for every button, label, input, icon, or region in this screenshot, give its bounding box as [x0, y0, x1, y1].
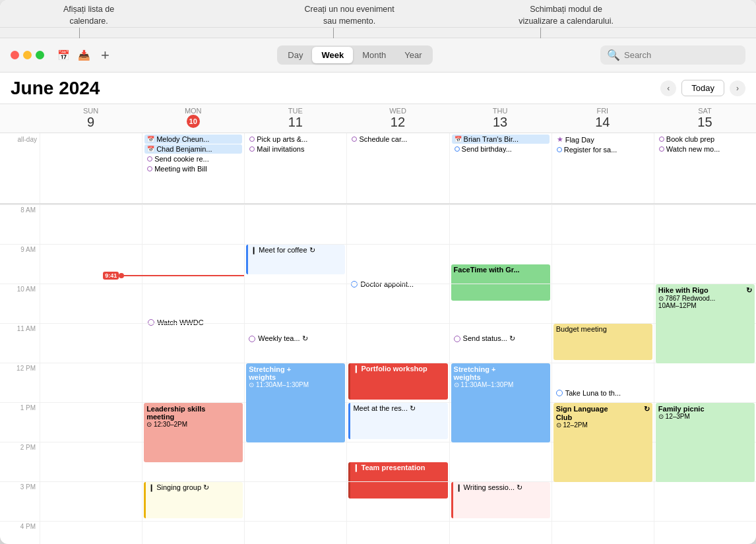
- list-item[interactable]: Register for sa...: [554, 145, 652, 154]
- slot-wed-1[interactable]: Meet at the res... ↻: [346, 402, 449, 442]
- slot-fri-11[interactable]: Budget meeting: [551, 323, 654, 363]
- slot-thu-10[interactable]: [449, 284, 551, 323]
- slot-mon-4[interactable]: [142, 521, 244, 544]
- slot-sun-10[interactable]: [40, 284, 142, 323]
- slot-mon-9[interactable]: 9:41: [142, 244, 244, 284]
- slot-tue-2[interactable]: [244, 442, 346, 481]
- next-week-button[interactable]: ›: [730, 80, 745, 96]
- list-item[interactable]: Sign Language ↻ Club ⊙ 12–2PM: [553, 403, 652, 482]
- slot-tue-12[interactable]: Stretching + weights ⊙ 11:30AM–1:30PM: [244, 363, 346, 402]
- slot-sun-11[interactable]: [40, 323, 142, 363]
- tab-week[interactable]: Week: [312, 47, 353, 63]
- slot-sat-8[interactable]: [654, 204, 756, 244]
- list-item[interactable]: ❙ Meet for coffee ↻: [246, 245, 345, 274]
- slot-sun-3[interactable]: [40, 481, 142, 521]
- slot-tue-11[interactable]: Weekly tea... ↻: [244, 323, 346, 363]
- list-item[interactable]: Take Luna to th...: [553, 383, 652, 403]
- slot-tue-10[interactable]: [244, 284, 346, 323]
- slot-thu-9[interactable]: FaceTime with Gr...: [449, 244, 551, 284]
- tab-month[interactable]: Month: [353, 47, 395, 63]
- time-grid[interactable]: 8 AM 9 AM 9:41: [0, 204, 756, 544]
- slot-fri-1[interactable]: Sign Language ↻ Club ⊙ 12–2PM: [551, 402, 654, 442]
- slot-sat-1[interactable]: Family picnic ⊙ 12–3PM: [654, 402, 756, 442]
- slot-wed-8[interactable]: [346, 204, 449, 244]
- search-bar[interactable]: 🔍: [600, 45, 745, 65]
- list-item[interactable]: ❙ Writing sessio... ↻: [451, 482, 550, 518]
- slot-wed-3[interactable]: [346, 481, 449, 521]
- tab-year[interactable]: Year: [395, 47, 431, 63]
- slot-tue-3[interactable]: [244, 481, 346, 521]
- slot-fri-10[interactable]: [551, 284, 654, 323]
- slot-sun-9[interactable]: [40, 244, 142, 284]
- slot-thu-4[interactable]: [449, 521, 551, 544]
- slot-thu-2[interactable]: [449, 442, 551, 481]
- list-item[interactable]: Call Jenny: [656, 541, 755, 544]
- list-item[interactable]: 📅 Melody Cheun...: [144, 135, 242, 144]
- list-item[interactable]: Meeting with Bill: [144, 164, 242, 173]
- list-item[interactable]: ❙ Singing group ↻: [144, 482, 243, 518]
- list-item[interactable]: Leadership skills meeting ⊙ 12:30–2PM: [144, 403, 243, 462]
- slot-tue-8[interactable]: [244, 204, 346, 244]
- slot-sat-12[interactable]: [654, 363, 756, 402]
- slot-sun-2[interactable]: [40, 442, 142, 481]
- list-item[interactable]: Send status... ↻: [451, 324, 550, 353]
- fullscreen-button[interactable]: [36, 51, 44, 59]
- slot-thu-8[interactable]: [449, 204, 551, 244]
- slot-fri-4[interactable]: [551, 521, 654, 544]
- list-item[interactable]: ❙ Portfolio workshop: [348, 363, 447, 400]
- slot-fri-9[interactable]: [551, 244, 654, 284]
- list-item[interactable]: Family picnic ⊙ 12–3PM: [656, 403, 755, 482]
- slot-sun-8[interactable]: [40, 204, 142, 244]
- list-item[interactable]: Mail invitations: [247, 144, 344, 154]
- slot-sat-3[interactable]: [654, 481, 756, 521]
- calendar-list-icon[interactable]: 📅: [57, 49, 70, 61]
- slot-fri-12[interactable]: Take Luna to th...: [551, 363, 654, 402]
- list-item[interactable]: ★ Flag Day: [554, 135, 652, 144]
- list-item[interactable]: Send cookie re...: [144, 154, 242, 164]
- close-button[interactable]: [11, 51, 19, 59]
- slot-wed-4[interactable]: [346, 521, 449, 544]
- list-item[interactable]: Send birthday...: [452, 144, 550, 154]
- list-item[interactable]: Budget meeting: [553, 324, 652, 360]
- slot-sun-4[interactable]: [40, 521, 142, 544]
- inbox-icon[interactable]: 📥: [78, 49, 90, 61]
- slot-wed-12[interactable]: ❙ Portfolio workshop: [346, 363, 449, 402]
- slot-wed-9[interactable]: Doctor appoint...: [346, 244, 449, 284]
- slot-sat-9[interactable]: [654, 244, 756, 284]
- list-item[interactable]: Watch new mo...: [656, 144, 754, 154]
- slot-tue-9[interactable]: ❙ Meet for coffee ↻: [244, 244, 346, 284]
- slot-sat-4[interactable]: Call Jenny: [654, 521, 756, 544]
- prev-week-button[interactable]: ‹: [660, 80, 676, 96]
- list-item[interactable]: Stretching + weights ⊙ 11:30AM–1:30PM: [451, 363, 550, 442]
- slot-mon-3[interactable]: ❙ Singing group ↻: [142, 481, 244, 521]
- slot-mon-12[interactable]: [142, 363, 244, 402]
- slot-mon-11[interactable]: [142, 323, 244, 363]
- slot-thu-3[interactable]: ❙ Writing sessio... ↻: [449, 481, 551, 521]
- tab-day[interactable]: Day: [278, 47, 312, 63]
- slot-sun-12[interactable]: [40, 363, 142, 402]
- slot-fri-3[interactable]: [551, 481, 654, 521]
- add-event-button[interactable]: +: [101, 47, 110, 64]
- slot-thu-11[interactable]: Send status... ↻: [449, 323, 551, 363]
- list-item[interactable]: 📅 Chad Benjamin...: [144, 144, 242, 154]
- slot-sun-1[interactable]: [40, 402, 142, 442]
- list-item[interactable]: Hike with Rigo ↻ ⊙ 7867 Redwood... 10AM–…: [656, 284, 755, 363]
- slot-wed-11[interactable]: [346, 323, 449, 363]
- list-item[interactable]: Weekly tea... ↻: [246, 324, 345, 353]
- slot-wed-10[interactable]: [346, 284, 449, 323]
- list-item[interactable]: Schedule car...: [349, 135, 447, 144]
- slot-sat-10[interactable]: Hike with Rigo ↻ ⊙ 7867 Redwood... 10AM–…: [654, 284, 756, 323]
- slot-wed-2[interactable]: ❙ Team presentation: [346, 442, 449, 481]
- list-item[interactable]: Meet at the res... ↻: [348, 403, 447, 439]
- slot-mon-8[interactable]: [142, 204, 244, 244]
- search-input[interactable]: [624, 50, 730, 60]
- slot-mon-10[interactable]: Watch WWDC: [142, 284, 244, 323]
- slot-fri-8[interactable]: [551, 204, 654, 244]
- list-item[interactable]: Stretching + weights ⊙ 11:30AM–1:30PM: [246, 363, 345, 442]
- list-item[interactable]: Pick up arts &...: [247, 135, 344, 144]
- minimize-button[interactable]: [23, 51, 32, 59]
- slot-mon-1[interactable]: Leadership skills meeting ⊙ 12:30–2PM: [142, 402, 244, 442]
- slot-thu-12[interactable]: Stretching + weights ⊙ 11:30AM–1:30PM: [449, 363, 551, 402]
- today-button[interactable]: Today: [681, 80, 724, 96]
- list-item[interactable]: 📅 Brian Tran's Bir...: [452, 135, 550, 144]
